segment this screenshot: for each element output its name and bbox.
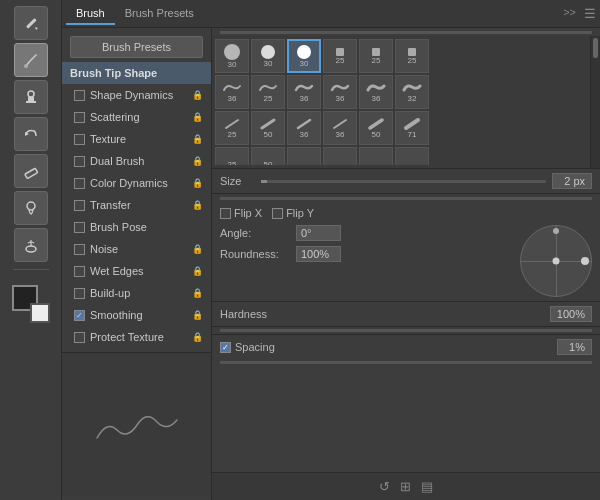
presets-scrollbar[interactable] xyxy=(590,36,600,168)
angle-input[interactable] xyxy=(296,225,341,241)
option-texture[interactable]: Texture 🔒 xyxy=(62,128,211,150)
lock-icon-dual: 🔒 xyxy=(192,156,203,166)
size-value[interactable]: 2 px xyxy=(552,173,592,189)
preset-item[interactable] xyxy=(359,147,393,165)
tool-burn[interactable] xyxy=(14,228,48,262)
option-scattering[interactable]: Scattering 🔒 xyxy=(62,106,211,128)
option-transfer[interactable]: Transfer 🔒 xyxy=(62,194,211,216)
preset-item[interactable]: 25 xyxy=(323,39,357,73)
option-brush-tip-shape[interactable]: Brush Tip Shape xyxy=(62,62,211,84)
color-swatches[interactable] xyxy=(12,285,50,323)
svg-marker-1 xyxy=(35,27,38,30)
brush-presets-button[interactable]: Brush Presets xyxy=(70,36,203,58)
dual-brush-label: Dual Brush xyxy=(90,155,187,167)
noise-check[interactable] xyxy=(74,244,85,255)
option-smoothing[interactable]: ✓ Smoothing 🔒 xyxy=(62,304,211,326)
preset-item[interactable]: 50 xyxy=(251,147,285,165)
flip-y-checkbox[interactable] xyxy=(272,208,283,219)
roundness-input[interactable] xyxy=(296,246,341,262)
create-new-icon[interactable]: ↺ xyxy=(379,479,390,494)
slider-track[interactable] xyxy=(220,197,592,200)
preset-item-selected[interactable]: 30 xyxy=(287,39,321,73)
preset-num: 25 xyxy=(264,94,273,103)
option-dual-brush[interactable]: Dual Brush 🔒 xyxy=(62,150,211,172)
scattering-check[interactable] xyxy=(74,112,85,123)
transfer-check[interactable] xyxy=(74,200,85,211)
preset-item[interactable]: 50 xyxy=(251,111,285,145)
tool-eraser[interactable] xyxy=(14,154,48,188)
tool-stamp[interactable] xyxy=(14,80,48,114)
spacing-checkbox[interactable]: ✓ xyxy=(220,342,231,353)
shape-dynamics-check[interactable] xyxy=(74,90,85,101)
spacing-row: ✓ Spacing 1% xyxy=(212,334,600,359)
spacing-slider-row xyxy=(212,359,600,366)
tool-history-brush[interactable] xyxy=(14,117,48,151)
spacing-value[interactable]: 1% xyxy=(557,339,592,355)
panel-menu-icon[interactable]: ▤ xyxy=(421,479,433,494)
build-up-check[interactable] xyxy=(74,288,85,299)
wet-edges-check[interactable] xyxy=(74,266,85,277)
top-slider-track[interactable] xyxy=(220,31,592,34)
preset-item[interactable]: 25 xyxy=(395,39,429,73)
preset-item[interactable] xyxy=(323,147,357,165)
presets-row-4: 25 50 xyxy=(215,147,587,165)
preset-item[interactable]: 50 xyxy=(359,111,393,145)
smoothing-check[interactable]: ✓ xyxy=(74,310,85,321)
preset-item[interactable]: 25 xyxy=(215,147,249,165)
size-label: Size xyxy=(220,175,255,187)
flip-x-checkbox[interactable] xyxy=(220,208,231,219)
preset-item[interactable]: 71 xyxy=(395,111,429,145)
preset-item[interactable]: 36 xyxy=(287,75,321,109)
tab-brush-presets[interactable]: Brush Presets xyxy=(115,3,204,25)
option-wet-edges[interactable]: Wet Edges 🔒 xyxy=(62,260,211,282)
protect-texture-check[interactable] xyxy=(74,332,85,343)
shape-dynamics-label: Shape Dynamics xyxy=(90,89,187,101)
compass-top-handle[interactable] xyxy=(553,228,559,234)
preset-item[interactable]: 36 xyxy=(323,111,357,145)
size-slider-track[interactable] xyxy=(261,180,546,183)
preset-item[interactable]: 30 xyxy=(215,39,249,73)
tab-brush[interactable]: Brush xyxy=(66,3,115,25)
size-slider-fill xyxy=(261,180,267,183)
brush-pose-check[interactable] xyxy=(74,222,85,233)
preset-item[interactable]: 36 xyxy=(215,75,249,109)
dual-brush-check[interactable] xyxy=(74,156,85,167)
color-dynamics-check[interactable] xyxy=(74,178,85,189)
compass-right-handle[interactable] xyxy=(581,257,589,265)
option-protect-texture[interactable]: Protect Texture 🔒 xyxy=(62,326,211,348)
preset-shape xyxy=(261,45,275,59)
preset-num: 30 xyxy=(228,60,237,69)
preset-item[interactable]: 25 xyxy=(215,111,249,145)
option-color-dynamics[interactable]: Color Dynamics 🔒 xyxy=(62,172,211,194)
tool-smudge[interactable] xyxy=(14,191,48,225)
lock-icon-smooth: 🔒 xyxy=(192,310,203,320)
preset-item[interactable] xyxy=(287,147,321,165)
compass-widget[interactable] xyxy=(520,225,592,297)
menu-icon[interactable]: ☰ xyxy=(584,6,596,21)
grid-view-icon[interactable]: ⊞ xyxy=(400,479,411,494)
tool-pencil[interactable] xyxy=(14,6,48,40)
preset-item[interactable] xyxy=(395,147,429,165)
option-noise[interactable]: Noise 🔒 xyxy=(62,238,211,260)
option-shape-dynamics[interactable]: Shape Dynamics 🔒 xyxy=(62,84,211,106)
hardness-value[interactable]: 100% xyxy=(550,306,592,322)
preset-item[interactable]: 30 xyxy=(251,39,285,73)
texture-check[interactable] xyxy=(74,134,85,145)
scrollbar-thumb[interactable] xyxy=(593,38,598,58)
option-build-up[interactable]: Build-up 🔒 xyxy=(62,282,211,304)
background-color[interactable] xyxy=(30,303,50,323)
preset-item[interactable]: 32 xyxy=(395,75,429,109)
svg-point-2 xyxy=(24,64,28,68)
option-brush-pose[interactable]: Brush Pose xyxy=(62,216,211,238)
expand-icon[interactable]: >> xyxy=(563,6,576,21)
spacing-slider-track[interactable] xyxy=(220,361,592,364)
preset-item[interactable]: 36 xyxy=(359,75,393,109)
preset-item[interactable]: 25 xyxy=(251,75,285,109)
hardness-slider-track[interactable] xyxy=(220,329,592,332)
tool-brush[interactable] xyxy=(14,43,48,77)
preset-item[interactable]: 36 xyxy=(287,111,321,145)
preset-item[interactable]: 36 xyxy=(323,75,357,109)
hardness-slider-row xyxy=(212,327,600,334)
preset-item[interactable]: 25 xyxy=(359,39,393,73)
texture-label: Texture xyxy=(90,133,187,145)
